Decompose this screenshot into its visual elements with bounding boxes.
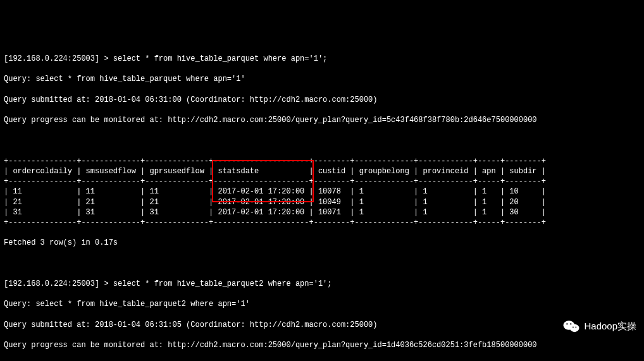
watermark-badge: Hadoop实操 — [560, 297, 639, 355]
progress-line: Query progress can be monitored at: http… — [4, 115, 640, 125]
table-sep: +---------------+-------------+---------… — [4, 176, 640, 187]
prompt-line[interactable]: [192.168.0.224:25003] > select * from hi… — [4, 54, 640, 64]
svg-point-4 — [573, 326, 574, 327]
svg-point-5 — [575, 326, 576, 327]
table-sep: +---------------+-------------+---------… — [4, 217, 640, 228]
table-header-row: | ordercoldaily | smsusedflow | gprsused… — [4, 166, 640, 176]
table-row: | 31 | 31 | 31 | 2017-02-01 17:20:00 | 1… — [4, 207, 640, 217]
result-table-0: +---------------+-------------+---------… — [4, 135, 640, 228]
submitted-line: Query submitted at: 2018-01-04 06:31:00 … — [4, 95, 640, 105]
table-row: | 11 | 11 | 11 | 2017-02-01 17:20:00 | 1… — [4, 187, 640, 197]
svg-point-1 — [569, 324, 579, 331]
prompt-line[interactable]: [192.168.0.224:25003] > select * from hi… — [4, 279, 640, 289]
fetched-line: Fetched 3 row(s) in 0.17s — [4, 238, 640, 248]
echo-line: Query: select * from hive_table_parquet … — [4, 74, 640, 84]
svg-point-3 — [570, 323, 571, 324]
wechat-icon — [562, 298, 581, 353]
table-row: | 21 | 21 | 21 | 2017-02-01 17:20:00 | 1… — [4, 197, 640, 207]
progress-line: Query progress can be monitored at: http… — [4, 340, 640, 350]
echo-line: Query: select * from hive_table_parquet2… — [4, 299, 640, 309]
table-sep: +---------------+-------------+---------… — [4, 156, 640, 166]
submitted-line: Query submitted at: 2018-01-04 06:31:05 … — [4, 320, 640, 330]
watermark-text: Hadoop实操 — [584, 320, 636, 333]
svg-point-2 — [566, 323, 567, 324]
